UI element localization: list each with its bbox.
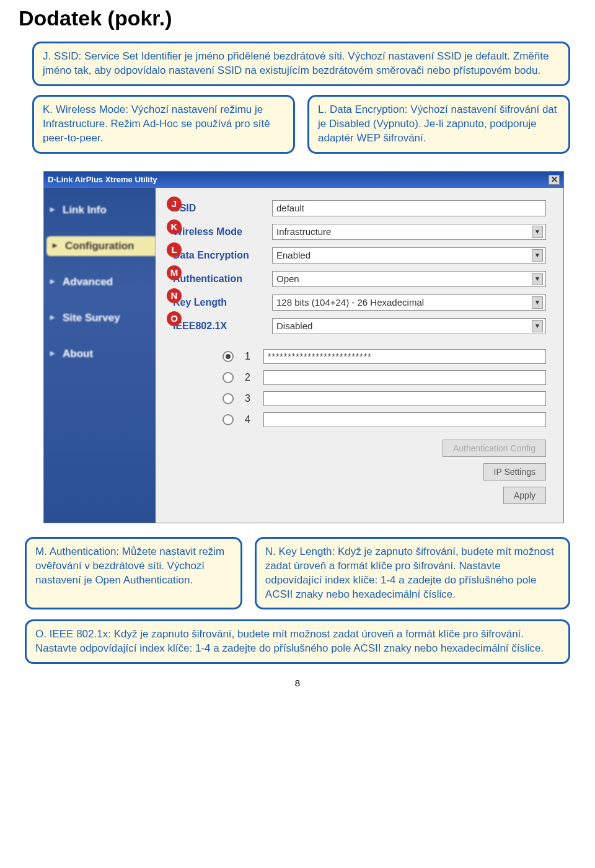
marker-l: L [167, 242, 182, 257]
callout-j: J. SSID: Service Set Identifier je jméno… [32, 42, 570, 86]
marker-k: K [167, 219, 182, 234]
auth-value: Open [276, 273, 299, 284]
apply-button[interactable]: Apply [503, 487, 546, 504]
ssid-label: SSID [173, 203, 272, 214]
main-panel: SSID Wireless Mode Infrastructure ▼ Data… [156, 188, 563, 523]
keylen-label: Key Length [173, 297, 272, 308]
key-num-3: 3 [245, 393, 263, 404]
callout-o-text: Když je zapnuto šifrování, budete mít mo… [35, 628, 544, 654]
marker-n: N [167, 288, 182, 303]
key-input-4[interactable] [263, 412, 546, 427]
callout-m: M. Authentication: Můžete nastavit režim… [25, 537, 242, 610]
enc-label: Data Encryption [173, 250, 272, 261]
mode-select[interactable]: Infrastructure ▼ [272, 224, 546, 240]
marker-j: J [167, 197, 182, 211]
key-input-2[interactable] [263, 370, 546, 385]
marker-o: O [167, 311, 182, 326]
chevron-down-icon: ▼ [532, 226, 543, 238]
ip-settings-button[interactable]: IP Settings [483, 463, 546, 480]
window-title: D-Link AirPlus Xtreme Utility [48, 175, 157, 184]
wep-keys: 1 2 3 4 [223, 349, 546, 433]
chevron-down-icon: ▼ [532, 320, 543, 332]
key-num-4: 4 [245, 414, 263, 425]
sidebar-item-sitesurvey[interactable]: Site Survey [44, 308, 156, 328]
sidebar-item-advanced[interactable]: Advanced [44, 272, 156, 292]
callout-j-text: Service Set Identifier je jméno přidělen… [43, 50, 549, 76]
keylen-value: 128 bits (104+24) - 26 Hexadecimal [276, 297, 424, 308]
close-icon[interactable]: ✕ [549, 175, 560, 185]
callout-k: K. Wireless Mode: Výchozí nastavení reži… [32, 95, 295, 154]
ssid-input[interactable] [272, 200, 546, 216]
auth-select[interactable]: Open ▼ [272, 271, 546, 287]
ieee-select[interactable]: Disabled ▼ [272, 318, 546, 334]
ieee-value: Disabled [276, 321, 312, 331]
key-radio-4[interactable] [223, 414, 234, 425]
auth-config-button[interactable]: Authentication Config [443, 440, 546, 457]
sidebar-item-configuration[interactable]: Configuration [46, 236, 156, 256]
key-radio-3[interactable] [223, 393, 234, 404]
enc-select[interactable]: Enabled ▼ [272, 247, 546, 264]
key-num-2: 2 [245, 372, 263, 383]
enc-value: Enabled [276, 250, 311, 260]
key-input-3[interactable] [263, 391, 546, 406]
callout-o: O. IEEE 802.1x: Když je zapnuto šifrován… [25, 619, 570, 664]
key-num-1: 1 [245, 351, 263, 362]
callout-l: L. Data Encryption: Výchozí nastavení ši… [307, 95, 570, 154]
callout-n: N. Key Length: Když je zapnuto šifrování… [255, 537, 570, 610]
key-row-2: 2 [223, 370, 546, 385]
chevron-down-icon: ▼ [532, 249, 543, 262]
page-number: 8 [19, 678, 576, 688]
auth-label: Authentication [173, 273, 272, 285]
callout-k-label: K. Wireless Mode: [43, 104, 128, 115]
key-input-1[interactable] [263, 349, 546, 364]
callout-m-label: M. Authentication: [35, 546, 119, 557]
callout-o-label: O. IEEE 802.1x: [35, 628, 111, 640]
app-window: D-Link AirPlus Xtreme Utility ✕ Link Inf… [43, 171, 564, 523]
key-row-3: 3 [223, 391, 546, 406]
key-radio-1[interactable] [223, 351, 234, 362]
callout-n-label: N. Key Length: [265, 546, 335, 557]
sidebar: Link Info Configuration Advanced Site Su… [44, 188, 156, 523]
mode-label: Wireless Mode [173, 226, 272, 237]
chevron-down-icon: ▼ [532, 273, 543, 285]
page-title: Dodatek (pokr.) [19, 6, 576, 30]
sidebar-item-linkinfo[interactable]: Link Info [44, 200, 156, 220]
titlebar: D-Link AirPlus Xtreme Utility ✕ [44, 172, 563, 188]
ieee-label: IEEE802.1X [173, 321, 272, 332]
key-row-4: 4 [223, 412, 546, 427]
callout-l-label: L. Data Encryption: [318, 104, 408, 115]
key-row-1: 1 [223, 349, 546, 364]
keylen-select[interactable]: 128 bits (104+24) - 26 Hexadecimal ▼ [272, 294, 546, 311]
marker-stack: J K L M N O [167, 197, 182, 326]
mode-value: Infrastructure [276, 226, 331, 237]
sidebar-item-about[interactable]: About [44, 344, 156, 364]
key-radio-2[interactable] [223, 372, 234, 383]
chevron-down-icon: ▼ [532, 296, 543, 309]
marker-m: M [167, 265, 182, 280]
callout-j-label: J. SSID: [43, 50, 81, 62]
